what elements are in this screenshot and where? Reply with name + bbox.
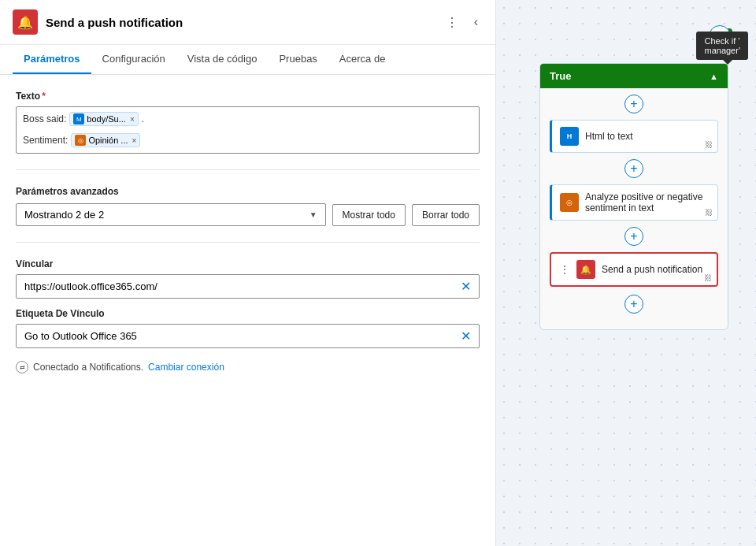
- more-options-button[interactable]: ⋮: [441, 13, 463, 32]
- flow-add-4: +: [540, 295, 728, 314]
- connection-info: ⇄ Conectado a Notifications. Cambiar con…: [16, 361, 480, 373]
- true-header: True ▲: [540, 64, 728, 88]
- chip-icon-orange: ◎: [75, 135, 86, 146]
- html-to-text-card[interactable]: H Html to text ⛓: [550, 120, 718, 153]
- add-step-button-1[interactable]: +: [624, 95, 643, 113]
- analyze-sentiment-title: Analyze positive or negative sentiment i…: [585, 191, 710, 214]
- send-push-title: Send a push notification: [602, 264, 709, 275]
- link-icon-2: ⛓: [705, 208, 713, 217]
- tab-vista-codigo[interactable]: Vista de código: [176, 45, 269, 74]
- chip-opinion-close[interactable]: ×: [132, 136, 137, 145]
- body-subject-chip[interactable]: M body/Su... ×: [69, 112, 138, 126]
- opinion-chip[interactable]: ◎ Opinión ... ×: [71, 133, 140, 147]
- etiqueta-clear-button[interactable]: ✕: [453, 329, 479, 344]
- vincular-input-wrapper: ✕: [16, 274, 480, 299]
- texto-field-label: Texto*: [16, 91, 480, 102]
- flow-add-1: +: [540, 95, 728, 113]
- tab-pruebas[interactable]: Pruebas: [268, 45, 328, 74]
- advanced-label: Parámetros avanzados: [16, 186, 480, 197]
- boss-said-text: Boss said:: [23, 112, 66, 126]
- vincular-input[interactable]: [17, 275, 453, 298]
- right-panel: + Check if 'manager' True ▲ + H Html to …: [496, 0, 756, 546]
- advanced-row: Mostrando 2 de 2 ▼ Mostrar todo Borrar t…: [16, 203, 480, 226]
- link-icon-1: ⛓: [705, 140, 713, 149]
- tab-acerca[interactable]: Acerca de: [328, 45, 397, 74]
- flow-add-2: +: [540, 159, 728, 178]
- etiqueta-label: Etiqueta De Vínculo: [16, 308, 480, 319]
- true-block: True ▲ + H Html to text ⛓ +: [539, 63, 728, 330]
- chevron-up-icon: ▲: [710, 72, 718, 81]
- chip-text: body/Su...: [87, 114, 126, 124]
- texto-field-box[interactable]: Boss said: M body/Su... × . Sentiment: ◎…: [16, 106, 480, 154]
- callout-tooltip: Check if 'manager': [696, 32, 748, 60]
- add-step-button-2[interactable]: +: [624, 159, 643, 178]
- etiqueta-input[interactable]: [17, 325, 453, 347]
- divider-1: [16, 169, 480, 170]
- link-icon-3: ⛓: [704, 273, 712, 282]
- analyze-sentiment-icon: ◎: [560, 193, 579, 212]
- connection-icon: ⇄: [16, 361, 28, 373]
- vincular-label: Víncular: [16, 258, 480, 269]
- tabs-bar: Parámetros Configuración Vista de código…: [0, 45, 495, 75]
- mostrar-todo-button[interactable]: Mostrar todo: [332, 204, 406, 226]
- chip-close-btn[interactable]: ×: [130, 115, 135, 124]
- analyze-sentiment-card[interactable]: ◎ Analyze positive or negative sentiment…: [550, 184, 718, 221]
- advanced-select[interactable]: Mostrando 2 de 2 ▼: [16, 203, 326, 226]
- header-actions: ⋮ ‹: [441, 13, 483, 32]
- panel-title: Send a push notification: [46, 16, 433, 29]
- divider-2: [16, 242, 480, 243]
- select-value: Mostrando 2 de 2: [24, 209, 104, 221]
- chevron-down-icon: ▼: [309, 210, 317, 219]
- tab-parametros[interactable]: Parámetros: [13, 45, 91, 74]
- card-menu-icon[interactable]: ⋮: [559, 263, 570, 276]
- add-step-button-4[interactable]: +: [624, 295, 643, 314]
- sentiment-label: Sentiment:: [23, 133, 68, 147]
- true-label: True: [550, 70, 571, 82]
- chip-icon-blue: M: [73, 113, 84, 124]
- flow-add-3: +: [540, 227, 728, 246]
- chip-opinion-text: Opinión ...: [88, 136, 128, 145]
- panel-header: 🔔 Send a push notification ⋮ ‹: [0, 0, 495, 45]
- send-push-notification-card[interactable]: ⋮ 🔔 Send a push notification ⛓: [550, 252, 718, 287]
- html-to-text-title: Html to text: [585, 131, 710, 142]
- close-panel-button[interactable]: ‹: [469, 13, 483, 31]
- flow-container: True ▲ + H Html to text ⛓ +: [520, 16, 748, 530]
- panel-content: Texto* Boss said: M body/Su... × . Senti…: [0, 75, 495, 546]
- callout-text: Check if 'manager': [704, 36, 740, 55]
- tab-configuracion[interactable]: Configuración: [91, 45, 176, 74]
- html-to-text-icon: H: [560, 127, 579, 146]
- add-step-button-3[interactable]: +: [624, 227, 643, 246]
- connection-text: Conectado a Notifications.: [33, 362, 143, 373]
- send-push-icon: 🔔: [576, 260, 595, 279]
- dot-separator: .: [142, 112, 144, 126]
- change-connection-link[interactable]: Cambiar conexión: [148, 362, 224, 373]
- etiqueta-input-wrapper: ✕: [16, 324, 480, 348]
- vincular-clear-button[interactable]: ✕: [453, 279, 479, 294]
- panel-icon: 🔔: [13, 9, 38, 35]
- borrar-todo-button[interactable]: Borrar todo: [412, 204, 480, 226]
